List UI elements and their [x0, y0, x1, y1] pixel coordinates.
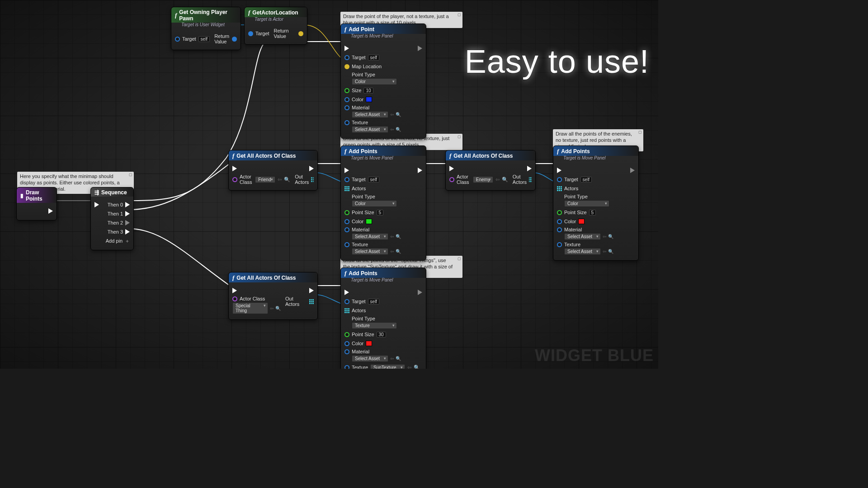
- color-swatch[interactable]: [366, 97, 372, 102]
- actors-pin[interactable]: [344, 186, 349, 191]
- browse-icon[interactable]: 🔍: [275, 306, 281, 311]
- then0-pin[interactable]: [125, 202, 130, 207]
- exec-out-pin[interactable]: [309, 288, 314, 293]
- texture-dropdown[interactable]: Select Asset: [352, 248, 388, 255]
- return-pin[interactable]: [232, 37, 237, 42]
- texture-dropdown[interactable]: Select Asset: [352, 126, 388, 133]
- browse-icon[interactable]: 🔍: [396, 112, 401, 117]
- exec-in-pin[interactable]: [344, 168, 349, 173]
- exec-in-pin[interactable]: [557, 168, 561, 173]
- class-dropdown[interactable]: Enemy: [473, 176, 493, 183]
- outactors-pin[interactable]: [311, 177, 314, 182]
- node-get-owning-pawn[interactable]: fGet Owning Player Pawn Target is User W…: [171, 7, 241, 50]
- browse-icon[interactable]: 🔍: [284, 177, 290, 183]
- pointtype-dropdown[interactable]: Color: [352, 78, 397, 85]
- node-add-points-enemies[interactable]: fAdd Points Target is Move Panel Targets…: [553, 145, 639, 261]
- exec-in-pin[interactable]: [232, 288, 237, 293]
- actorclass-pin[interactable]: [232, 296, 237, 301]
- use-icon[interactable]: ⇦: [390, 249, 394, 254]
- size-value[interactable]: 10: [363, 88, 373, 94]
- texture-pin[interactable]: [344, 365, 349, 369]
- material-dropdown[interactable]: Select Asset: [352, 111, 388, 118]
- color-swatch[interactable]: [578, 219, 585, 224]
- outactors-pin[interactable]: [529, 177, 532, 182]
- pointtype-dropdown[interactable]: Color: [564, 200, 609, 207]
- return-pin[interactable]: [298, 31, 303, 36]
- exec-out-pin[interactable]: [418, 46, 422, 51]
- size-pin[interactable]: [344, 210, 349, 215]
- exec-in-pin[interactable]: [449, 166, 454, 171]
- material-dropdown[interactable]: Select Asset: [352, 355, 388, 362]
- target-pin[interactable]: [557, 177, 562, 182]
- outactors-pin[interactable]: [309, 299, 314, 304]
- material-pin[interactable]: [344, 227, 349, 232]
- use-icon[interactable]: ⇦: [278, 177, 282, 183]
- color-swatch[interactable]: [366, 341, 372, 346]
- node-add-point[interactable]: fAdd Point Target is Move Panel Targetse…: [340, 23, 426, 139]
- use-icon[interactable]: ⇦: [603, 249, 606, 254]
- exec-in-pin[interactable]: [94, 202, 99, 207]
- use-icon[interactable]: ⇦: [495, 177, 500, 183]
- browse-icon[interactable]: 🔍: [414, 365, 420, 369]
- size-pin[interactable]: [557, 210, 562, 215]
- texture-dropdown[interactable]: Select Asset: [564, 248, 601, 255]
- exec-out-pin[interactable]: [418, 168, 422, 173]
- use-icon[interactable]: ⇦: [390, 127, 394, 132]
- material-pin[interactable]: [344, 349, 349, 354]
- node-get-actors-enemies[interactable]: fGet All Actors Of Class Actor ClassEnem…: [445, 150, 536, 191]
- target-pin[interactable]: [248, 31, 253, 36]
- browse-icon[interactable]: 🔍: [502, 177, 508, 183]
- size-value[interactable]: 5: [589, 210, 596, 216]
- then3-pin[interactable]: [125, 229, 130, 235]
- use-icon[interactable]: ⇦: [390, 112, 394, 117]
- browse-icon[interactable]: 🔍: [396, 234, 401, 239]
- actorclass-pin[interactable]: [449, 177, 454, 182]
- material-pin[interactable]: [557, 227, 562, 232]
- color-pin[interactable]: [557, 219, 562, 224]
- texture-dropdown[interactable]: SunTexture: [370, 364, 405, 369]
- then1-pin[interactable]: [125, 211, 130, 216]
- material-pin[interactable]: [344, 105, 349, 110]
- size-value[interactable]: 5: [377, 210, 384, 216]
- texture-pin[interactable]: [344, 242, 349, 247]
- target-pin[interactable]: [344, 55, 349, 60]
- use-icon[interactable]: ⇦: [407, 365, 411, 369]
- target-pin[interactable]: [344, 177, 349, 182]
- size-pin[interactable]: [344, 332, 349, 337]
- class-dropdown[interactable]: Friend: [255, 176, 275, 183]
- exec-in-pin[interactable]: [232, 166, 237, 171]
- use-icon[interactable]: ⇦: [390, 234, 394, 239]
- actors-pin[interactable]: [557, 186, 562, 191]
- exec-out-pin[interactable]: [309, 166, 314, 171]
- maplocation-pin[interactable]: [344, 64, 349, 69]
- node-sequence[interactable]: ⇶Sequence Then 0 Then 1 Then 2 Then 3 Ad…: [90, 187, 134, 250]
- then2-pin[interactable]: [125, 220, 130, 225]
- actors-pin[interactable]: [344, 308, 349, 313]
- size-pin[interactable]: [344, 88, 349, 93]
- node-get-actor-location[interactable]: fGetActorLocation Target is Actor Target…: [244, 7, 307, 45]
- texture-pin[interactable]: [344, 120, 349, 125]
- pointtype-dropdown[interactable]: Texture: [352, 322, 397, 329]
- node-draw-points[interactable]: ▮Draw Points: [16, 187, 57, 221]
- use-icon[interactable]: ⇦: [270, 306, 274, 311]
- browse-icon[interactable]: 🔍: [608, 234, 613, 239]
- pointtype-dropdown[interactable]: Color: [352, 200, 397, 207]
- target-pin[interactable]: [344, 299, 349, 304]
- material-dropdown[interactable]: Select Asset: [352, 233, 388, 240]
- exec-out-pin[interactable]: [48, 208, 53, 214]
- texture-pin[interactable]: [557, 242, 562, 247]
- node-add-points-friends[interactable]: fAdd Points Target is Move Panel Targets…: [340, 145, 426, 261]
- node-add-points-special[interactable]: fAdd Points Target is Move Panel Targets…: [340, 267, 426, 369]
- exec-in-pin[interactable]: [344, 46, 349, 51]
- color-pin[interactable]: [344, 97, 349, 102]
- node-get-actors-special[interactable]: fGet All Actors Of Class Actor Class Spe…: [228, 272, 318, 320]
- color-swatch[interactable]: [366, 219, 372, 224]
- browse-icon[interactable]: 🔍: [396, 356, 401, 361]
- browse-icon[interactable]: 🔍: [396, 249, 401, 254]
- size-value[interactable]: 30: [377, 332, 386, 338]
- use-icon[interactable]: ⇦: [390, 356, 394, 361]
- exec-out-pin[interactable]: [418, 290, 422, 295]
- target-pin[interactable]: [175, 37, 180, 42]
- node-get-actors-friends[interactable]: fGet All Actors Of Class Actor ClassFrie…: [228, 150, 318, 191]
- color-pin[interactable]: [344, 219, 349, 224]
